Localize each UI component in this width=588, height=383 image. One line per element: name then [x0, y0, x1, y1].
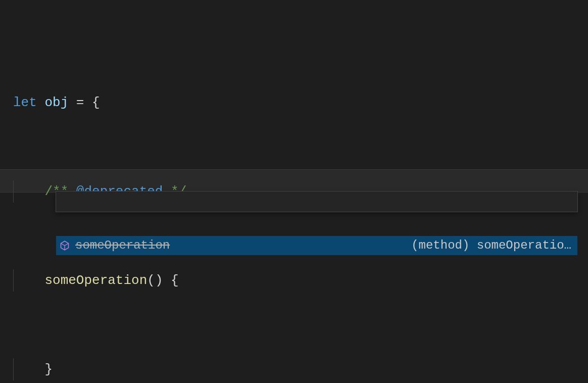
suggest-item-label: someOperation: [73, 234, 170, 257]
space: [37, 95, 45, 110]
method-icon: [56, 241, 73, 251]
indent: [13, 362, 44, 377]
code-line: }: [13, 358, 588, 380]
brace-close: }: [44, 362, 53, 377]
equals: =: [68, 95, 92, 110]
indent: [13, 273, 44, 288]
code-line: let obj = {: [13, 91, 588, 114]
suggest-item-detail: (method) someOperatio…: [411, 234, 577, 257]
identifier-obj: obj: [44, 95, 68, 110]
indent: [13, 184, 44, 199]
keyword-let: let: [13, 95, 37, 110]
suggest-item[interactable]: someOperation (method) someOperatio…: [56, 236, 577, 255]
code-editor[interactable]: let obj = { /** @deprecated */ someOpera…: [0, 0, 588, 383]
suggest-widget[interactable]: someOperation (method) someOperatio…: [56, 191, 578, 212]
brace-open: {: [92, 95, 100, 110]
